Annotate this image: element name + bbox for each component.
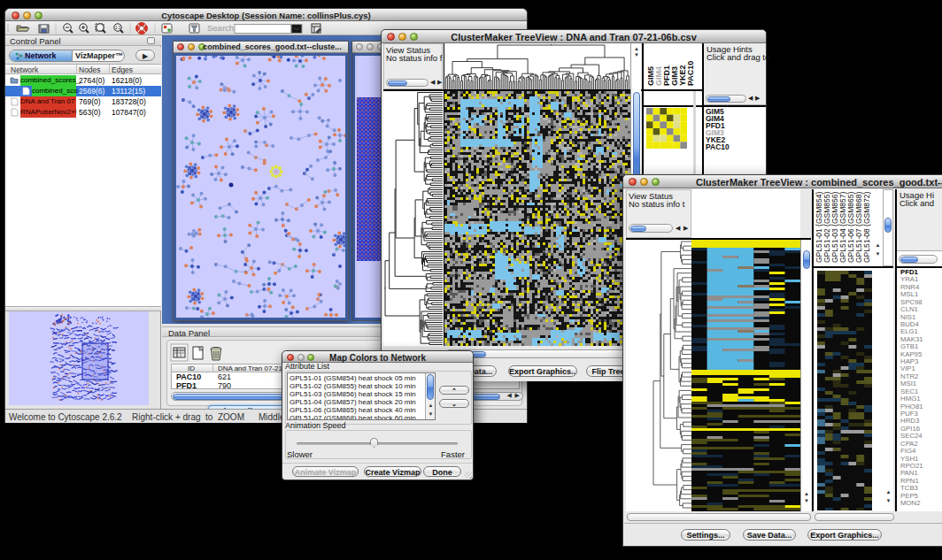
svg-text:Search:: Search: [207,23,236,33]
svg-text:1:1: 1:1 [115,26,121,30]
